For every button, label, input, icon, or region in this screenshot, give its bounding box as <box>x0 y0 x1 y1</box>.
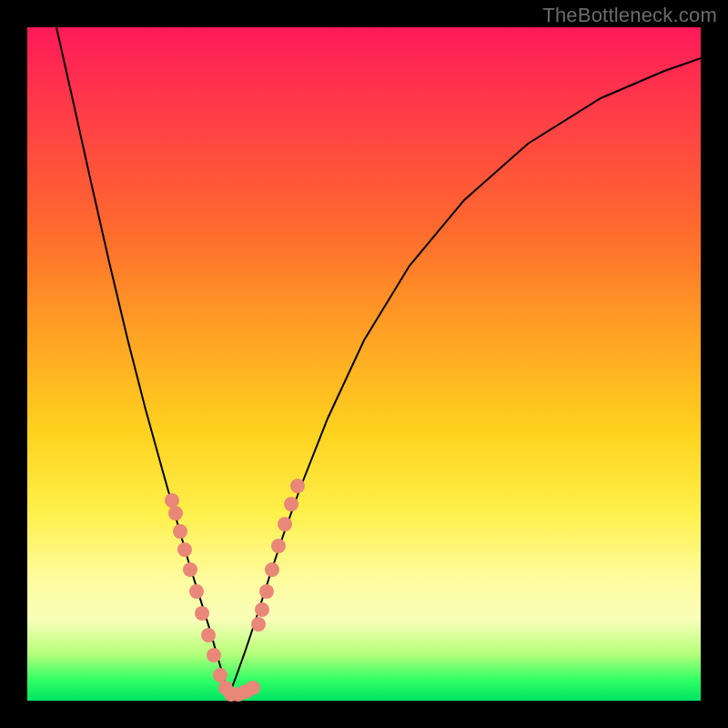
sample-dot <box>165 493 179 508</box>
bottleneck-curve-svg <box>27 27 701 701</box>
sample-dot <box>246 681 260 695</box>
sample-dot <box>189 584 204 599</box>
sample-dot <box>265 562 279 577</box>
sample-dot <box>271 539 286 553</box>
sample-dot <box>207 648 221 662</box>
sample-dot <box>251 617 266 632</box>
sample-dots <box>165 479 305 702</box>
sample-dot <box>183 562 197 577</box>
sample-dot <box>201 628 216 642</box>
sample-dot <box>213 668 228 682</box>
chart-frame: TheBottleneck.com <box>0 0 728 728</box>
sample-dot <box>255 602 269 617</box>
sample-dot <box>278 517 292 531</box>
sample-dot <box>290 479 305 493</box>
sample-dot <box>177 542 192 557</box>
sample-dot <box>173 524 187 539</box>
sample-dot <box>259 584 274 599</box>
sample-dot <box>168 506 183 521</box>
sample-dot <box>195 606 209 621</box>
bottleneck-curve <box>56 27 701 694</box>
plot-area <box>27 27 701 701</box>
sample-dot <box>284 497 298 511</box>
watermark-text: TheBottleneck.com <box>542 4 717 27</box>
